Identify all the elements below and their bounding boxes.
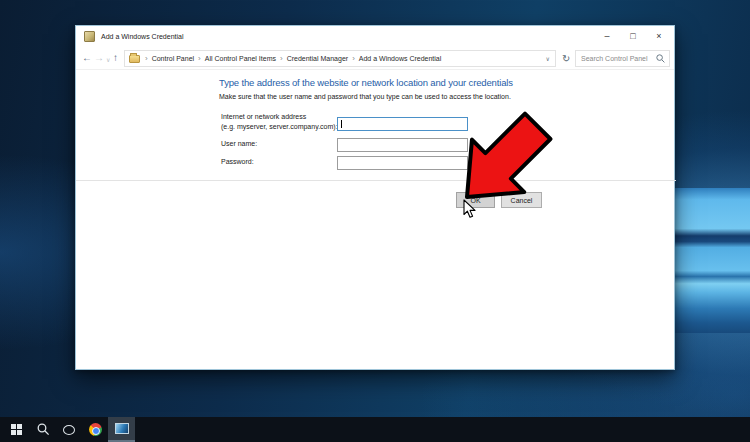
search-icon [656,54,665,63]
button-area-divider [76,180,676,181]
up-icon[interactable]: ↑ [113,53,118,63]
history-dropdown-icon[interactable]: ∨ [106,55,110,65]
internet-or-network-address-field[interactable] [337,117,468,131]
breadcrumb-credential-manager[interactable]: Credential Manager [285,55,350,62]
chrome-icon [89,423,102,436]
breadcrumb-add-windows-credential[interactable]: Add a Windows Credential [357,55,444,62]
taskbar-search-button[interactable] [30,417,56,442]
password-label: Password: [221,157,254,167]
search-input[interactable] [576,51,656,66]
credential-manager-icon [115,423,129,434]
text-caret [341,120,342,128]
navigation-toolbar: ← → ∨ ↑ › Control Panel › All Control Pa… [76,48,674,70]
chrome-taskbar-button[interactable] [82,417,108,442]
password-field[interactable] [337,156,468,170]
cancel-button[interactable]: Cancel [501,192,542,208]
instruction-text: Make sure that the user name and passwor… [219,93,511,100]
breadcrumb-all-control-panel-items[interactable]: All Control Panel Items [203,55,278,62]
start-button[interactable] [2,417,30,442]
close-button[interactable]: × [646,26,672,46]
credential-manager-taskbar-button[interactable] [108,417,135,442]
task-view-button[interactable] [56,417,82,442]
folder-icon [129,55,140,63]
window-title: Add a Windows Credential [101,33,184,40]
taskbar [0,417,750,442]
address-field-label: Internet or network address (e.g. myserv… [221,112,338,132]
desktop-wallpaper: Add a Windows Credential – □ × ← → ∨ ↑ ›… [0,0,750,442]
breadcrumb-separator: › [278,54,285,63]
breadcrumb-separator: › [143,54,150,63]
breadcrumb-separator: › [196,54,203,63]
forward-icon: → [94,53,104,63]
search-box [575,50,670,67]
windows-logo-icon [11,424,22,435]
credential-manager-window-icon [84,31,95,42]
breadcrumb-separator: › [350,54,357,63]
breadcrumb-control-panel[interactable]: Control Panel [150,55,196,62]
page-title: Type the address of the website or netwo… [219,77,513,88]
back-icon[interactable]: ← [82,53,92,63]
refresh-icon[interactable]: ↻ [562,53,570,64]
task-view-icon [63,425,75,435]
address-dropdown-icon[interactable]: ∨ [546,55,555,62]
title-bar: Add a Windows Credential – □ × [76,26,674,48]
maximize-button[interactable]: □ [620,26,646,46]
ok-button[interactable]: OK [456,192,495,208]
add-windows-credential-window: Add a Windows Credential – □ × ← → ∨ ↑ ›… [75,25,675,370]
username-field[interactable] [337,138,468,152]
minimize-button[interactable]: – [594,26,620,46]
address-bar[interactable]: › Control Panel › All Control Panel Item… [124,50,556,67]
username-label: User name: [221,139,257,149]
search-icon [37,423,50,436]
wallpaper-light-beam [672,188,750,333]
